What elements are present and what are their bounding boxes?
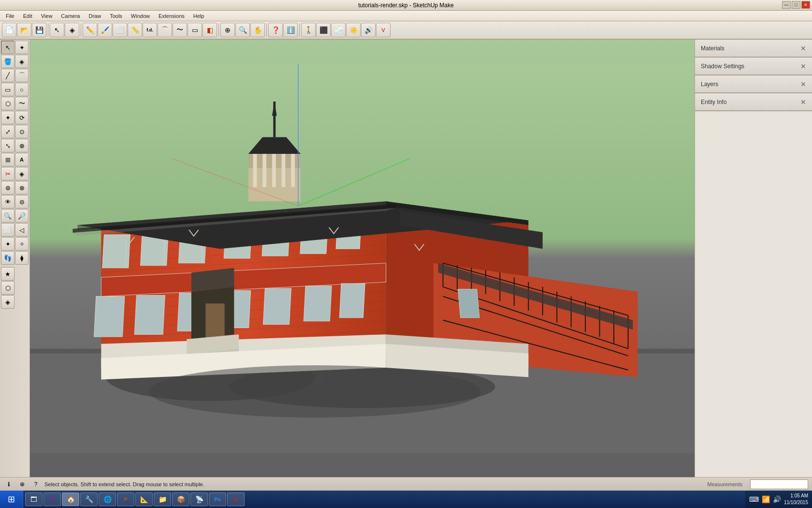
taskbar-chrome[interactable]: 🌐: [99, 493, 116, 506]
paint-btn[interactable]: 🖌️: [98, 23, 112, 37]
pencil-btn[interactable]: ✏️: [83, 23, 97, 37]
line-tool-btn[interactable]: ╱: [1, 69, 14, 82]
arc-btn[interactable]: ⌒: [158, 23, 172, 37]
menu-tools[interactable]: Tools: [106, 12, 126, 20]
select-arrow[interactable]: ↖: [50, 23, 64, 37]
freehand-btn[interactable]: 〜: [173, 23, 187, 37]
measurements-field[interactable]: [750, 479, 808, 489]
pushpull-tool-btn[interactable]: ⊙: [15, 125, 29, 138]
component-select-btn[interactable]: ✦: [15, 41, 29, 54]
shadow-settings-header[interactable]: Shadow Settings ✕: [695, 58, 812, 75]
menu-view[interactable]: View: [37, 12, 57, 20]
scale-tool-btn[interactable]: ⤢: [1, 125, 14, 138]
question-btn[interactable]: ❓: [268, 23, 283, 37]
zoom-extents-btn[interactable]: ⬜: [1, 223, 14, 237]
entity-info-header[interactable]: Entity Info ✕: [695, 93, 812, 111]
layers-close[interactable]: ✕: [800, 80, 806, 88]
maximize-button[interactable]: □: [792, 1, 800, 9]
layers-header[interactable]: Layers ✕: [695, 75, 812, 93]
north-tool-btn[interactable]: ⧫: [15, 251, 29, 265]
move-tool-btn[interactable]: ✦: [1, 111, 14, 124]
close-button[interactable]: ✕: [801, 1, 810, 9]
menu-extensions[interactable]: Extensions: [155, 12, 188, 20]
taskbar-tool1[interactable]: 🔧: [80, 493, 98, 506]
walk-btn[interactable]: 🚶: [301, 23, 316, 37]
component-btn[interactable]: ◈: [65, 23, 79, 37]
walkthrough-btn[interactable]: ⊗: [15, 181, 29, 194]
arc-tool-btn[interactable]: ⌒: [15, 69, 29, 82]
tray-volume-icon[interactable]: 🔊: [773, 495, 781, 503]
pan-btn[interactable]: ✋: [250, 23, 265, 37]
taskbar-clock[interactable]: 1:05 AM 11/10/2015: [784, 493, 808, 506]
viewport[interactable]: [30, 40, 695, 477]
taskbar-photoshop[interactable]: Ps: [209, 493, 226, 506]
rect-btn[interactable]: ▭: [188, 23, 202, 37]
menu-camera[interactable]: Camera: [57, 12, 84, 20]
sun-btn[interactable]: ☀️: [346, 23, 361, 37]
prev-view-btn[interactable]: ◁: [15, 223, 29, 237]
position-camera-btn[interactable]: 👁: [1, 195, 14, 209]
circle-tool-btn[interactable]: ○: [15, 83, 29, 96]
zoom-btn[interactable]: 🔍: [235, 23, 250, 37]
status-info-icon[interactable]: ℹ: [4, 479, 14, 489]
paint-tool-btn[interactable]: 🪣: [1, 55, 14, 68]
look-around-btn[interactable]: ⊜: [15, 195, 29, 209]
shadow-settings-close[interactable]: ✕: [800, 62, 806, 70]
rotate-view-btn[interactable]: ⊛: [1, 181, 14, 194]
text-tool-btn[interactable]: A: [15, 153, 29, 166]
menu-window[interactable]: Window: [127, 12, 154, 20]
tray-keyboard-icon[interactable]: ⌨: [749, 495, 759, 503]
taskbar-files[interactable]: 📁: [154, 493, 171, 506]
materials-close[interactable]: ✕: [800, 45, 806, 52]
tape-btn[interactable]: 📏: [128, 23, 142, 37]
materials-header[interactable]: Materials ✕: [695, 40, 812, 57]
tape-tool-btn[interactable]: ⊞: [1, 153, 14, 166]
info-btn[interactable]: ℹ️: [283, 23, 298, 37]
zoom-window-btn[interactable]: 🔎: [15, 209, 29, 223]
taskbar-app2[interactable]: ●: [227, 493, 245, 506]
orbit-btn[interactable]: ⊕: [220, 23, 235, 37]
zoom-tool-btn[interactable]: 🔍: [1, 209, 14, 223]
extra-btn-1[interactable]: ★: [1, 267, 14, 281]
orbit-tool-btn[interactable]: ✦: [1, 237, 14, 251]
menu-file[interactable]: File: [2, 12, 18, 20]
eraser-tool-btn[interactable]: ◈: [15, 55, 29, 68]
taskbar-network[interactable]: 📡: [190, 493, 208, 506]
entity-info-close[interactable]: ✕: [800, 98, 806, 106]
minimize-button[interactable]: —: [782, 1, 791, 9]
followme-tool-btn[interactable]: ⤡: [1, 139, 14, 152]
v-render-btn[interactable]: V: [376, 23, 391, 37]
rectangle-tool-btn[interactable]: ▭: [1, 83, 14, 96]
shadow-btn[interactable]: ⬛: [316, 23, 331, 37]
open-button[interactable]: 📂: [17, 23, 31, 37]
taskbar-file-explorer[interactable]: 🗔: [25, 493, 43, 506]
taskbar-layout[interactable]: 📐: [135, 493, 153, 506]
save-button[interactable]: 💾: [32, 23, 46, 37]
render-btn[interactable]: 🔊: [361, 23, 376, 37]
freehand-tool-btn[interactable]: 〜: [15, 97, 29, 110]
select-tool-btn[interactable]: ↖: [1, 41, 14, 54]
status-help-icon[interactable]: ?: [31, 479, 41, 489]
menu-draw[interactable]: Draw: [85, 12, 105, 20]
axes-tool-btn[interactable]: ◈: [15, 167, 29, 180]
fd-btn[interactable]: f.d.: [143, 23, 157, 37]
taskbar-sketchup[interactable]: 🏠: [62, 493, 79, 506]
tray-network-icon[interactable]: 📶: [762, 495, 770, 503]
section-cut-btn[interactable]: ✂: [1, 167, 14, 180]
extra-btn-2[interactable]: ⬡: [1, 281, 14, 295]
taskbar-app1[interactable]: 📦: [172, 493, 189, 506]
status-expand-icon[interactable]: ⊕: [17, 479, 27, 489]
rotate-tool-btn[interactable]: ⟳: [15, 111, 29, 124]
pan-tool-btn[interactable]: ✧: [15, 237, 29, 251]
taskbar-onenote[interactable]: N: [44, 493, 61, 506]
menu-help[interactable]: Help: [189, 12, 208, 20]
start-button[interactable]: ⊞: [0, 491, 23, 508]
sun-shadow-btn[interactable]: 👣: [1, 251, 14, 265]
new-button[interactable]: 📄: [2, 23, 16, 37]
offset-tool-btn[interactable]: ⊕: [15, 139, 29, 152]
polygon-tool-btn[interactable]: ⬡: [1, 97, 14, 110]
fog-btn[interactable]: 🌫️: [331, 23, 346, 37]
section-btn[interactable]: ◧: [203, 23, 217, 37]
menu-edit[interactable]: Edit: [19, 12, 36, 20]
eraser-btn[interactable]: ⬜: [113, 23, 127, 37]
